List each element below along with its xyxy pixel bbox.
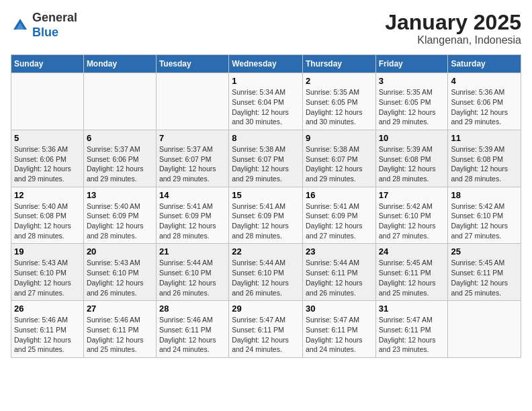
weekday-header-wednesday: Wednesday bbox=[229, 55, 303, 73]
day-number: 13 bbox=[87, 190, 153, 200]
title-block: January 2025 Klangenan, Indonesia bbox=[385, 11, 521, 46]
day-info: Sunrise: 5:39 AM bbox=[379, 144, 445, 154]
day-info: Daylight: 12 hours and 28 minutes. bbox=[159, 221, 226, 240]
day-info: Sunrise: 5:41 AM bbox=[306, 201, 373, 212]
calendar-cell: 21Sunrise: 5:44 AMSunset: 6:10 PMDayligh… bbox=[156, 244, 228, 301]
day-info: Daylight: 12 hours and 29 minutes. bbox=[379, 107, 445, 127]
day-info: Sunset: 6:04 PM bbox=[232, 97, 300, 107]
day-info: Sunset: 6:05 PM bbox=[379, 97, 445, 107]
calendar-cell: 16Sunrise: 5:41 AMSunset: 6:09 PMDayligh… bbox=[302, 187, 375, 244]
calendar-week-5: 26Sunrise: 5:46 AMSunset: 6:11 PMDayligh… bbox=[11, 301, 521, 358]
day-info: Daylight: 12 hours and 26 minutes. bbox=[306, 278, 373, 298]
weekday-header-sunday: Sunday bbox=[11, 55, 84, 73]
day-number: 18 bbox=[451, 190, 518, 200]
day-info: Daylight: 12 hours and 25 minutes. bbox=[379, 278, 445, 298]
day-number: 4 bbox=[451, 76, 518, 86]
calendar-cell bbox=[11, 73, 84, 130]
day-info: Daylight: 12 hours and 29 minutes. bbox=[306, 164, 373, 183]
calendar-cell: 31Sunrise: 5:47 AMSunset: 6:11 PMDayligh… bbox=[375, 301, 448, 358]
weekday-header-saturday: Saturday bbox=[448, 55, 521, 73]
page-header: General Blue January 2025 Klangenan, Ind… bbox=[11, 11, 521, 46]
calendar-table: SundayMondayTuesdayWednesdayThursdayFrid… bbox=[11, 54, 521, 358]
day-info: Sunset: 6:11 PM bbox=[306, 325, 373, 335]
day-info: Sunrise: 5:46 AM bbox=[159, 315, 226, 325]
day-info: Sunrise: 5:37 AM bbox=[159, 144, 226, 154]
day-number: 17 bbox=[379, 190, 445, 200]
calendar-cell: 18Sunrise: 5:42 AMSunset: 6:10 PMDayligh… bbox=[448, 187, 521, 244]
day-info: Sunset: 6:11 PM bbox=[379, 325, 445, 335]
day-info: Sunset: 6:08 PM bbox=[451, 154, 518, 165]
day-info: Daylight: 12 hours and 26 minutes. bbox=[232, 278, 300, 298]
calendar-cell: 24Sunrise: 5:45 AMSunset: 6:11 PMDayligh… bbox=[375, 244, 448, 301]
day-info: Sunrise: 5:38 AM bbox=[306, 144, 373, 154]
day-info: Sunrise: 5:46 AM bbox=[14, 315, 81, 325]
calendar-cell: 10Sunrise: 5:39 AMSunset: 6:08 PMDayligh… bbox=[375, 130, 448, 187]
day-number: 12 bbox=[14, 190, 81, 200]
day-info: Sunrise: 5:34 AM bbox=[232, 87, 300, 97]
day-info: Sunrise: 5:47 AM bbox=[379, 315, 445, 325]
page-subtitle: Klangenan, Indonesia bbox=[385, 34, 521, 46]
weekday-header-tuesday: Tuesday bbox=[156, 55, 228, 73]
day-info: Daylight: 12 hours and 29 minutes. bbox=[232, 164, 300, 183]
calendar-cell: 12Sunrise: 5:40 AMSunset: 6:08 PMDayligh… bbox=[11, 187, 84, 244]
day-info: Daylight: 12 hours and 30 minutes. bbox=[232, 107, 300, 127]
day-info: Daylight: 12 hours and 24 minutes. bbox=[306, 335, 373, 355]
day-info: Daylight: 12 hours and 26 minutes. bbox=[87, 278, 153, 298]
day-number: 3 bbox=[379, 76, 445, 86]
weekday-header-thursday: Thursday bbox=[302, 55, 375, 73]
day-info: Sunset: 6:06 PM bbox=[87, 154, 153, 165]
day-info: Daylight: 12 hours and 24 minutes. bbox=[159, 335, 226, 355]
day-number: 11 bbox=[451, 133, 518, 143]
day-number: 5 bbox=[14, 133, 81, 143]
day-number: 22 bbox=[232, 246, 300, 257]
calendar-cell: 30Sunrise: 5:47 AMSunset: 6:11 PMDayligh… bbox=[302, 301, 375, 358]
day-number: 27 bbox=[87, 304, 153, 314]
day-number: 24 bbox=[379, 246, 445, 257]
calendar-week-3: 12Sunrise: 5:40 AMSunset: 6:08 PMDayligh… bbox=[11, 187, 521, 244]
day-info: Sunrise: 5:44 AM bbox=[232, 258, 300, 268]
day-info: Sunset: 6:06 PM bbox=[451, 97, 518, 107]
day-info: Sunset: 6:09 PM bbox=[159, 211, 226, 221]
day-number: 7 bbox=[159, 133, 226, 143]
day-info: Sunset: 6:07 PM bbox=[232, 154, 300, 165]
calendar-cell: 9Sunrise: 5:38 AMSunset: 6:07 PMDaylight… bbox=[302, 130, 375, 187]
day-info: Sunset: 6:07 PM bbox=[306, 154, 373, 165]
day-info: Sunrise: 5:47 AM bbox=[306, 315, 373, 325]
day-info: Sunrise: 5:43 AM bbox=[87, 258, 153, 268]
calendar-cell: 5Sunrise: 5:36 AMSunset: 6:06 PMDaylight… bbox=[11, 130, 84, 187]
day-number: 9 bbox=[306, 133, 373, 143]
calendar-cell bbox=[83, 73, 156, 130]
day-info: Daylight: 12 hours and 28 minutes. bbox=[232, 221, 300, 240]
day-info: Sunset: 6:08 PM bbox=[379, 154, 445, 165]
logo-blue: Blue bbox=[32, 26, 58, 39]
day-info: Sunrise: 5:42 AM bbox=[379, 201, 445, 212]
day-info: Daylight: 12 hours and 25 minutes. bbox=[87, 335, 153, 355]
day-info: Sunset: 6:10 PM bbox=[159, 268, 226, 278]
calendar-cell bbox=[448, 301, 521, 358]
day-info: Sunrise: 5:37 AM bbox=[87, 144, 153, 154]
page-title: January 2025 bbox=[385, 11, 521, 34]
day-info: Sunrise: 5:44 AM bbox=[306, 258, 373, 268]
day-info: Sunset: 6:10 PM bbox=[379, 211, 445, 221]
calendar-cell: 7Sunrise: 5:37 AMSunset: 6:07 PMDaylight… bbox=[156, 130, 228, 187]
calendar-cell: 26Sunrise: 5:46 AMSunset: 6:11 PMDayligh… bbox=[11, 301, 84, 358]
day-info: Sunrise: 5:36 AM bbox=[451, 87, 518, 97]
day-info: Daylight: 12 hours and 30 minutes. bbox=[306, 107, 373, 127]
day-number: 1 bbox=[232, 76, 300, 86]
calendar-cell: 2Sunrise: 5:35 AMSunset: 6:05 PMDaylight… bbox=[302, 73, 375, 130]
day-info: Sunrise: 5:39 AM bbox=[451, 144, 518, 154]
day-info: Sunset: 6:05 PM bbox=[306, 97, 373, 107]
day-info: Daylight: 12 hours and 26 minutes. bbox=[159, 278, 226, 298]
logo-text: General Blue bbox=[32, 11, 77, 40]
day-number: 2 bbox=[306, 76, 373, 86]
day-info: Sunrise: 5:42 AM bbox=[451, 201, 518, 212]
calendar-cell: 19Sunrise: 5:43 AMSunset: 6:10 PMDayligh… bbox=[11, 244, 84, 301]
calendar-cell: 6Sunrise: 5:37 AMSunset: 6:06 PMDaylight… bbox=[83, 130, 156, 187]
calendar-cell: 14Sunrise: 5:41 AMSunset: 6:09 PMDayligh… bbox=[156, 187, 228, 244]
calendar-cell: 3Sunrise: 5:35 AMSunset: 6:05 PMDaylight… bbox=[375, 73, 448, 130]
day-info: Sunset: 6:11 PM bbox=[306, 268, 373, 278]
day-info: Daylight: 12 hours and 29 minutes. bbox=[159, 164, 226, 183]
day-info: Daylight: 12 hours and 25 minutes. bbox=[14, 335, 81, 355]
calendar-week-2: 5Sunrise: 5:36 AMSunset: 6:06 PMDaylight… bbox=[11, 130, 521, 187]
day-number: 6 bbox=[87, 133, 153, 143]
